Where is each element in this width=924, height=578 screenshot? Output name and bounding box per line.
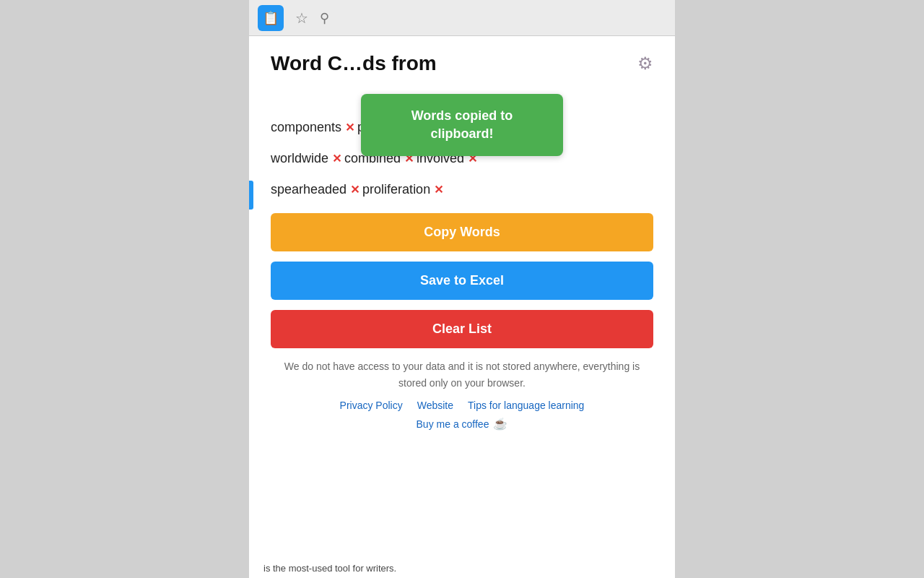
remove-word-btn[interactable]: ✕ bbox=[350, 183, 359, 197]
copy-words-button[interactable]: Copy Words bbox=[271, 213, 653, 251]
page-content: Word C…ds from ⚙ Words copied to clipboa… bbox=[249, 36, 675, 578]
privacy-notice: We do not have access to your data and i… bbox=[271, 358, 653, 391]
page-header: Word C…ds from ⚙ bbox=[271, 51, 653, 77]
browser-toolbar: 📋 ☆ ⚲ bbox=[249, 0, 675, 36]
word-item: spearheaded ✕ bbox=[271, 182, 359, 197]
website-link[interactable]: Website bbox=[417, 400, 453, 411]
page-title: Word C…ds from bbox=[271, 51, 437, 77]
word-item: worldwide ✕ bbox=[271, 151, 341, 166]
save-excel-button[interactable]: Save to Excel bbox=[271, 262, 653, 300]
left-accent-bar bbox=[249, 181, 253, 210]
background-page-text: is the most-used tool for writers. bbox=[249, 556, 675, 578]
browser-window: 📋 ☆ ⚲ Word C…ds from ⚙ Words copied to c… bbox=[249, 0, 675, 578]
extension-icon[interactable]: 📋 bbox=[258, 5, 284, 31]
remove-word-btn[interactable]: ✕ bbox=[345, 121, 354, 134]
find-icon[interactable]: ⚲ bbox=[320, 10, 329, 26]
word-text: worldwide bbox=[271, 151, 328, 166]
remove-word-btn[interactable]: ✕ bbox=[332, 152, 341, 165]
coffee-section: Buy me a coffee ☕ bbox=[271, 417, 653, 431]
buy-coffee-link[interactable]: Buy me a coffee bbox=[417, 418, 489, 430]
coffee-icon: ☕ bbox=[493, 417, 507, 431]
word-text: spearheaded bbox=[271, 182, 346, 197]
word-text: components bbox=[271, 120, 341, 135]
bookmark-icon[interactable]: ☆ bbox=[295, 9, 308, 27]
privacy-policy-link[interactable]: Privacy Policy bbox=[340, 400, 403, 411]
settings-icon[interactable]: ⚙ bbox=[637, 53, 653, 74]
word-row-3: spearheaded ✕ proliferation ✕ bbox=[271, 182, 653, 197]
clear-list-button[interactable]: Clear List bbox=[271, 310, 653, 348]
toast-line1: Words copied to bbox=[411, 108, 513, 123]
toast-notification: Words copied to clipboard! bbox=[361, 94, 563, 156]
word-item: components ✕ bbox=[271, 120, 354, 135]
word-item: proliferation ✕ bbox=[362, 182, 443, 197]
remove-word-btn[interactable]: ✕ bbox=[434, 183, 443, 197]
footer-links: Privacy Policy Website Tips for language… bbox=[271, 400, 653, 411]
word-text: proliferation bbox=[362, 182, 430, 197]
toast-line2: clipboard! bbox=[430, 126, 493, 141]
tips-link[interactable]: Tips for language learning bbox=[468, 400, 584, 411]
